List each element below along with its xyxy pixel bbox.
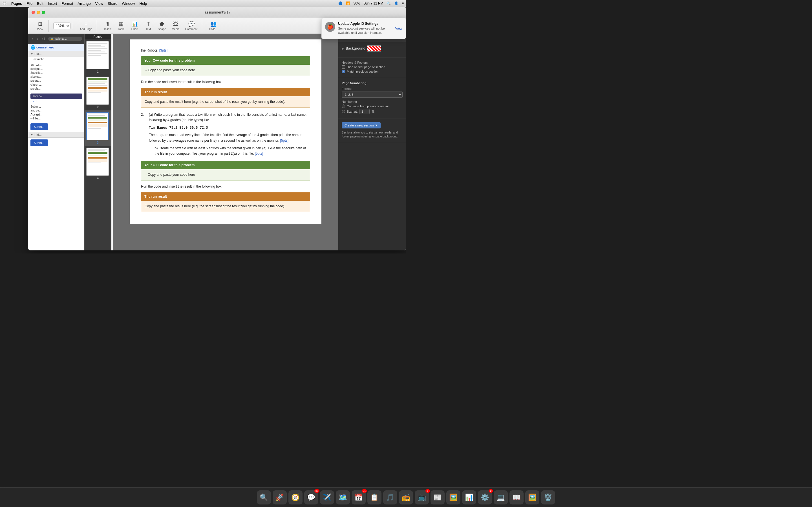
run-section-2: The run result Copy and paste the result… — [141, 192, 310, 212]
create-new-section-button[interactable]: Create a new section ▼ — [342, 122, 380, 128]
text-button[interactable]: T Text — [142, 20, 154, 32]
bullet-item: • C... — [28, 99, 84, 104]
comment-button[interactable]: 💬 Comment — [183, 20, 200, 32]
menu-view[interactable]: View — [95, 1, 103, 6]
create-section-label: Create a new section — [345, 124, 373, 127]
section-arrow-2: ▼ — [31, 133, 33, 136]
numbering-label: Numbering — [342, 100, 403, 103]
collab-icon: 👥 — [210, 21, 216, 27]
name-example-line: Tim Hanes 78.3 98.0 80.5 72.3 — [149, 125, 310, 130]
doc-area[interactable]: the Robots. [3pts] Your C++ code for thi… — [113, 34, 338, 250]
code-body-1[interactable]: -- Copy and paste your code here — [141, 65, 310, 76]
view-button[interactable]: ⊞ View — [34, 20, 46, 32]
match-previous-row[interactable]: ✓ Match previous section — [342, 70, 403, 73]
table-label: Table — [118, 27, 124, 31]
table-button[interactable]: ▦ Table — [115, 20, 128, 32]
problem-2-num: 2. — [141, 112, 147, 156]
toolbar-collab-group: 👥 Colla... — [204, 20, 222, 32]
browser-toolbar: ‹ › ↺ 🔒 national... — [28, 34, 84, 44]
pages-panel: Pages 1 — [85, 34, 111, 250]
menu-bar-right: 🔵 📶 30% Sun 7:12 PM 🔍 👤 ≡ — [338, 1, 404, 5]
toolbar-zoom-group: 137% — [51, 22, 73, 29]
hide-first-page-row[interactable]: Hide on first page of section — [342, 65, 403, 69]
start-at-stepper[interactable]: ⇅ — [371, 109, 375, 114]
problem-2a-text: (a) Write a program that reads a text fi… — [149, 112, 310, 123]
continue-previous-radio[interactable] — [342, 105, 345, 108]
browser-section-1[interactable]: ▼ Hid... — [28, 51, 84, 57]
background-arrow[interactable]: ▶ — [342, 47, 344, 50]
problem-2-content: (a) Write a program that reads a text fi… — [149, 112, 310, 156]
browser-instructions[interactable]: Instructio... — [28, 57, 84, 62]
page-thumb-4[interactable]: 4 — [85, 146, 111, 181]
minimize-button[interactable] — [37, 11, 40, 14]
start-at-input[interactable]: 1 — [359, 109, 370, 114]
zoom-select[interactable]: 137% — [53, 22, 70, 29]
run-header-2: The run result — [141, 192, 310, 201]
section-description: Sections allow you to start a new header… — [342, 131, 403, 138]
url-text: national... — [54, 37, 66, 40]
menu-pages[interactable]: Pages — [11, 1, 22, 6]
submit-button-2[interactable]: Subm... — [31, 139, 48, 146]
start-at-label: Start at: — [347, 110, 358, 113]
menu-file[interactable]: File — [27, 1, 33, 6]
run-body-1[interactable]: Copy and paste the result here (e.g. the… — [141, 96, 310, 108]
notification-icon: 🍎 — [325, 22, 335, 32]
site-name: course hero — [36, 46, 54, 49]
media-icon: 🖼 — [173, 21, 178, 27]
pts-2b[interactable]: [5pts] — [255, 152, 263, 156]
shape-icon: ⬟ — [160, 21, 164, 27]
menu-window[interactable]: Window — [122, 1, 135, 6]
menu-insert[interactable]: Insert — [48, 1, 57, 6]
close-button[interactable] — [32, 11, 35, 14]
page-thumb-3[interactable]: 3 — [85, 110, 111, 146]
insert-button[interactable]: ¶ Insert — [101, 20, 114, 32]
match-previous-checkbox[interactable]: ✓ — [342, 70, 345, 73]
media-button[interactable]: 🖼 Media — [169, 20, 182, 32]
continue-previous-row[interactable]: Continue from previous section — [342, 105, 403, 108]
collab-button[interactable]: 👥 Colla... — [207, 20, 220, 32]
menu-arrange[interactable]: Arrange — [78, 1, 91, 6]
code-body-2[interactable]: -- Copy and paste your code here — [141, 169, 310, 180]
doc-page: the Robots. [3pts] Your C++ code for thi… — [130, 40, 321, 224]
background-color-swatch[interactable] — [367, 45, 381, 52]
menu-format[interactable]: Format — [61, 1, 73, 6]
pts-2a[interactable]: [5pts] — [280, 138, 289, 143]
format-select[interactable]: 1, 2, 3 — [342, 92, 403, 98]
start-at-radio[interactable] — [342, 110, 345, 113]
hide-first-page-checkbox[interactable] — [342, 65, 345, 69]
page-thumbnail-1 — [86, 41, 109, 69]
section-label-2: Hid... — [35, 133, 42, 136]
run-body-2[interactable]: Copy and paste the result here (e.g. the… — [141, 201, 310, 212]
add-page-button[interactable]: + Add Page — [78, 20, 94, 32]
code-section-1: Your C++ code for this problem -- Copy a… — [141, 56, 310, 76]
maximize-button[interactable] — [42, 11, 45, 14]
menu-share[interactable]: Share — [108, 1, 117, 6]
apple-menu[interactable]: ⌘ — [2, 1, 7, 6]
refresh-button[interactable]: ↺ — [41, 36, 47, 42]
background-section: ▶ Background — [338, 42, 406, 57]
headers-footers-section: Headers & Footers Hide on first page of … — [338, 57, 406, 78]
menu-help[interactable]: Help — [140, 1, 147, 6]
text-label: Text — [146, 27, 151, 31]
page-thumb-2[interactable]: 2 — [85, 75, 111, 110]
run-instruction-1: Run the code and insert the result in th… — [141, 79, 310, 84]
match-previous-label: Match previous section — [347, 70, 378, 73]
window-title: assignment3(1) — [204, 10, 230, 14]
back-button[interactable]: ‹ — [31, 36, 34, 42]
create-section-area: Create a new section ▼ Sections allow yo… — [338, 119, 406, 142]
shape-button[interactable]: ⬟ Shape — [156, 20, 168, 32]
pts-link-1[interactable]: [3pts] — [159, 48, 167, 52]
menu-edit[interactable]: Edit — [37, 1, 43, 6]
spotlight-icon[interactable]: 🔍 — [387, 1, 391, 5]
forward-button[interactable]: › — [36, 36, 40, 42]
run-instruction-2: Run the code and insert the result in th… — [141, 184, 310, 189]
submit-button[interactable]: Subm... — [31, 123, 48, 130]
control-center-icon[interactable]: ≡ — [402, 1, 404, 5]
page-thumb-1[interactable]: 1 — [85, 40, 111, 75]
url-bar[interactable]: 🔒 national... — [48, 37, 82, 41]
collab-label: Colla... — [209, 27, 218, 31]
chart-button[interactable]: 📊 Chart — [129, 20, 141, 32]
browser-section-2[interactable]: ▼ Hid... — [28, 132, 84, 138]
page-num-2: 2 — [86, 106, 109, 109]
notification-view-button[interactable]: View — [395, 26, 402, 31]
